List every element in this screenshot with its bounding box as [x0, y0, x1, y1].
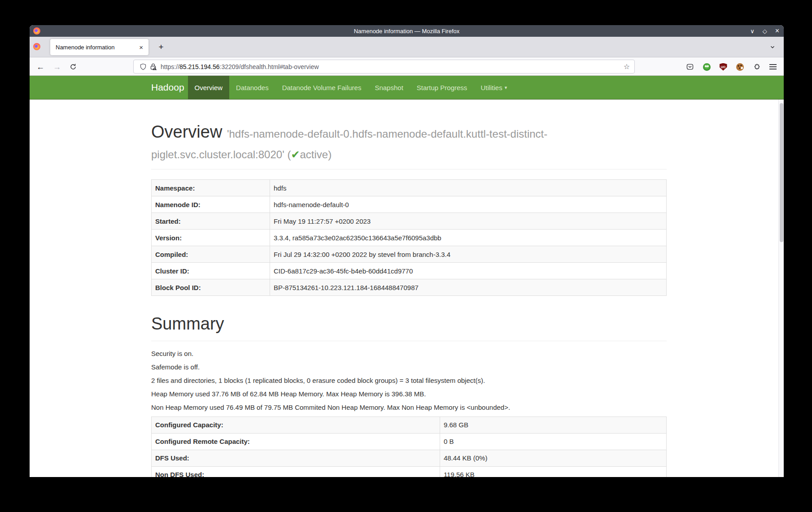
reload-icon — [70, 63, 77, 70]
extensions-puzzle-icon[interactable] — [750, 61, 763, 73]
summary-paragraphs: Security is on. Safemode is off. 2 files… — [151, 349, 667, 412]
table-row: Configured Capacity:9.68 GB — [152, 417, 667, 433]
tab-close-icon[interactable]: × — [137, 43, 145, 51]
divider — [151, 341, 667, 341]
cookie-extension-icon[interactable] — [733, 61, 746, 73]
nav-item-overview[interactable]: Overview — [188, 76, 230, 99]
forward-button[interactable]: → — [51, 61, 63, 73]
reload-button[interactable] — [67, 61, 79, 73]
table-row: Started:Fri May 19 11:27:57 +0200 2023 — [152, 213, 667, 230]
new-tab-button[interactable]: + — [154, 40, 168, 54]
tab-strip: Namenode information × + — [30, 37, 784, 57]
table-row: Compiled:Fri Jul 29 14:32:00 +0200 2022 … — [152, 246, 667, 263]
vertical-scrollbar[interactable] — [778, 100, 784, 477]
table-row: Namenode ID:hdfs-namenode-default-0 — [152, 196, 667, 213]
url-bar[interactable]: https://85.215.194.56:32209/dfshealth.ht… — [133, 60, 635, 74]
page-content: Overview 'hdfs-namenode-default-0.hdfs-n… — [30, 100, 784, 477]
list-all-tabs-button[interactable] — [767, 41, 778, 53]
table-row: Version:3.3.4, ra585a73c3e02ac62350c1366… — [152, 230, 667, 246]
table-row: Cluster ID:CID-6a817c29-ac36-45fc-b4eb-6… — [152, 263, 667, 279]
table-row: DFS Used:48.44 KB (0%) — [152, 450, 667, 466]
summary-heading: Summary — [151, 314, 667, 334]
tab-namenode-information[interactable]: Namenode information × — [50, 39, 148, 55]
navbar-brand-hadoop[interactable]: Hadoop — [151, 76, 184, 99]
hamburger-menu-icon[interactable] — [767, 61, 779, 73]
tracking-protection-shield-icon[interactable] — [138, 62, 148, 72]
window-titlebar: Namenode information — Mozilla Firefox ∨… — [30, 25, 784, 37]
bookmark-star-icon[interactable]: ☆ — [624, 62, 630, 71]
nav-item-datanode-volume-failures[interactable]: Datanode Volume Failures — [275, 76, 368, 99]
scrollbar-thumb[interactable] — [780, 103, 783, 242]
chevron-down-icon — [769, 44, 776, 50]
green-extension-icon[interactable] — [700, 61, 713, 73]
nav-item-datanodes[interactable]: Datanodes — [229, 76, 275, 99]
minimize-button[interactable]: ∨ — [750, 28, 755, 34]
connection-lock-warning-icon[interactable] — [148, 62, 158, 72]
tab-title: Namenode information — [56, 44, 137, 51]
url-text: https://85.215.194.56:32209/dfshealth.ht… — [161, 63, 319, 70]
divider — [151, 169, 667, 169]
pocket-icon[interactable] — [684, 61, 696, 73]
desktop-background: Namenode information — Mozilla Firefox ∨… — [0, 0, 812, 512]
ublock-origin-icon[interactable]: UO — [717, 61, 729, 73]
close-window-button[interactable]: × — [775, 27, 779, 35]
active-check-icon: ✔ — [291, 148, 300, 161]
table-row: Configured Remote Capacity:0 B — [152, 433, 667, 450]
nav-item-startup-progress[interactable]: Startup Progress — [410, 76, 474, 99]
browser-window: Namenode information — Mozilla Firefox ∨… — [30, 25, 784, 477]
back-button[interactable]: ← — [34, 61, 47, 73]
firefox-view-button[interactable] — [33, 43, 40, 50]
maximize-button[interactable]: ◇ — [763, 28, 767, 34]
hadoop-navbar: Hadoop Overview Datanodes Datanode Volum… — [30, 76, 784, 100]
firefox-view-icon — [33, 43, 40, 50]
table-row: Block Pool ID:BP-875134261-10.223.121.18… — [152, 279, 667, 296]
nav-item-utilities[interactable]: Utilities ▾ — [474, 76, 514, 99]
capacity-table: Configured Capacity:9.68 GB Configured R… — [151, 417, 667, 477]
window-title: Namenode information — Mozilla Firefox — [30, 28, 784, 35]
summary-line: 2 files and directories, 1 blocks (1 rep… — [151, 376, 667, 385]
overview-heading: Overview 'hdfs-namenode-default-0.hdfs-n… — [151, 122, 667, 163]
summary-line: Safemode is off. — [151, 363, 667, 372]
summary-line: Non Heap Memory used 76.49 MB of 79.75 M… — [151, 403, 667, 412]
navigation-toolbar: ← → — [30, 57, 784, 76]
cluster-info-table: Namespace:hdfs Namenode ID:hdfs-namenode… — [151, 179, 667, 296]
table-row: Non DFS Used:119.56 KB — [152, 466, 667, 477]
summary-line: Security is on. — [151, 349, 667, 358]
utilities-caret-icon: ▾ — [505, 85, 507, 91]
table-row: Namespace:hdfs — [152, 180, 667, 196]
nav-item-snapshot[interactable]: Snapshot — [368, 76, 410, 99]
summary-line: Heap Memory used 37.76 MB of 62.84 MB He… — [151, 390, 667, 399]
